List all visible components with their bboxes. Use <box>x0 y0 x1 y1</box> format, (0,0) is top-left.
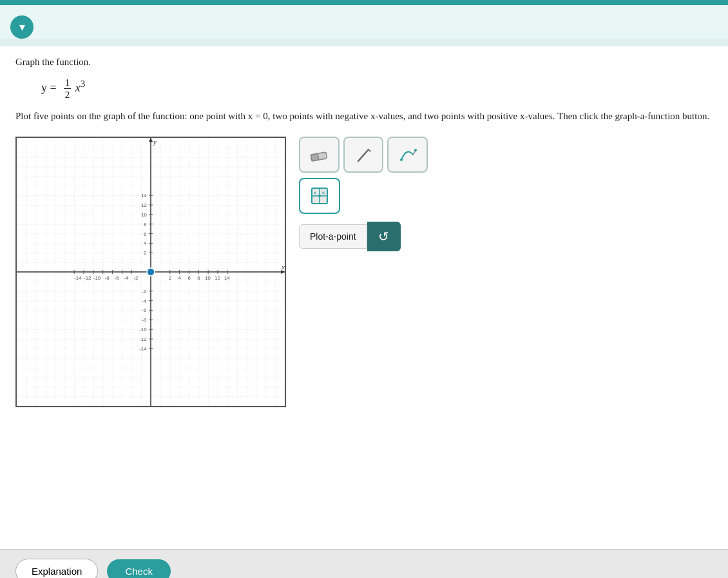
eraser-icon <box>309 144 329 165</box>
collapse-button[interactable]: ▾ <box>10 15 34 39</box>
plot-undo-row: Plot-a-point ↺ <box>299 222 428 251</box>
svg-marker-66 <box>369 149 371 152</box>
svg-text:-2: -2 <box>133 275 138 281</box>
grid-icon: ✕ ✕ <box>309 186 330 206</box>
plot-instruction: Plot five points on the graph of the fun… <box>15 108 713 124</box>
svg-text:-4: -4 <box>142 298 147 304</box>
svg-text:x: x <box>281 263 285 271</box>
pencil-icon <box>353 144 374 165</box>
check-button[interactable]: Check <box>107 559 171 578</box>
grid-tool-button[interactable]: ✕ ✕ <box>299 178 340 214</box>
curve-tool-button[interactable] <box>387 137 428 173</box>
svg-text:-12: -12 <box>84 275 91 281</box>
svg-text:14: 14 <box>224 275 230 281</box>
svg-text:4: 4 <box>178 275 182 281</box>
denominator: 2 <box>64 89 72 101</box>
graph-svg: x y -2 -4 -6 -8 -10 -12 -14 2 4 <box>17 138 285 406</box>
top-bar <box>0 0 728 5</box>
collapse-button-container: ▾ <box>0 5 728 39</box>
svg-text:-8: -8 <box>105 275 110 281</box>
svg-point-74 <box>318 195 321 197</box>
svg-text:-8: -8 <box>142 317 147 323</box>
svg-point-70 <box>400 159 403 161</box>
undo-icon: ↺ <box>378 229 389 244</box>
tools-row-1 <box>299 137 428 173</box>
svg-point-69 <box>414 149 417 151</box>
footer-bar: Explanation Check <box>0 549 728 578</box>
explanation-button[interactable]: Explanation <box>15 559 98 578</box>
power: 3 <box>81 79 86 89</box>
tools-row-2: ✕ ✕ <box>299 178 428 214</box>
svg-text:12: 12 <box>215 275 220 281</box>
svg-text:✕: ✕ <box>321 191 325 195</box>
svg-text:10: 10 <box>141 212 147 218</box>
svg-text:12: 12 <box>141 202 147 208</box>
svg-rect-64 <box>311 153 320 161</box>
svg-text:2: 2 <box>144 250 146 256</box>
svg-text:10: 10 <box>205 275 211 281</box>
svg-text:4: 4 <box>144 240 147 246</box>
svg-text:-2: -2 <box>142 289 146 294</box>
graph-instruction: Graph the function. <box>15 57 713 68</box>
svg-text:-4: -4 <box>124 275 129 281</box>
graph-tools-container: x y -2 -4 -6 -8 -10 -12 -14 2 4 <box>15 137 713 407</box>
svg-text:2: 2 <box>169 275 171 281</box>
svg-text:6: 6 <box>144 231 147 237</box>
fraction: 1 2 <box>64 77 72 101</box>
numerator: 1 <box>64 77 72 89</box>
svg-text:-6: -6 <box>142 307 147 313</box>
plotted-point <box>147 268 155 276</box>
pencil-button[interactable] <box>343 137 384 173</box>
svg-text:14: 14 <box>141 193 147 198</box>
main-content: Graph the function. y = 1 2 x3 Plot five… <box>0 46 728 549</box>
svg-text:8: 8 <box>144 222 147 227</box>
svg-line-65 <box>358 149 369 161</box>
svg-text:6: 6 <box>187 275 191 281</box>
svg-text:-6: -6 <box>115 275 120 281</box>
formula-block: y = 1 2 x3 <box>41 77 713 101</box>
chevron-down-icon: ▾ <box>19 20 25 34</box>
undo-button[interactable]: ↺ <box>367 222 401 251</box>
svg-text:✕: ✕ <box>313 191 317 195</box>
formula-y: y = <box>41 81 59 94</box>
svg-text:-14: -14 <box>74 275 82 281</box>
svg-text:-10: -10 <box>139 327 147 332</box>
graph-area[interactable]: x y -2 -4 -6 -8 -10 -12 -14 2 4 <box>15 137 286 407</box>
tools-panel: ✕ ✕ Plot-a-point ↺ <box>299 137 428 251</box>
svg-text:-12: -12 <box>139 336 146 342</box>
variable-x: x <box>75 81 81 94</box>
eraser-button[interactable] <box>299 137 340 173</box>
curve-icon <box>398 144 418 165</box>
svg-text:8: 8 <box>197 275 200 281</box>
svg-text:y: y <box>153 138 157 146</box>
svg-text:-14: -14 <box>139 346 147 352</box>
svg-text:-10: -10 <box>93 275 101 281</box>
plot-a-point-button[interactable]: Plot-a-point <box>299 224 367 249</box>
